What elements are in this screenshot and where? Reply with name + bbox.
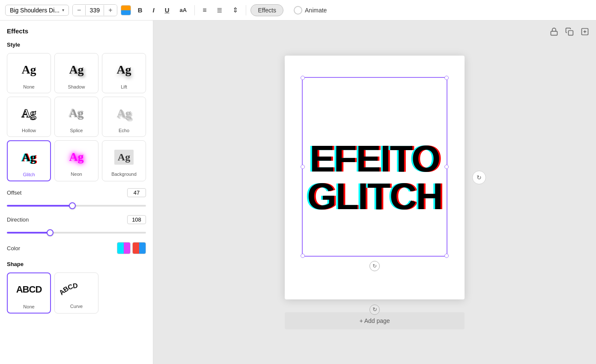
panel-title: Effects [7,27,146,35]
style-ag-background: Ag [114,150,134,165]
canvas-top-icons [548,26,591,40]
svg-rect-1 [551,31,557,35]
font-name-label: Big Shoulders Di... [10,7,60,14]
handle-bottom-right[interactable] [444,254,449,258]
color-swatch-cyan-magenta[interactable] [117,242,131,254]
color-label: Color [7,245,20,252]
style-card-shadow[interactable]: Ag Shadow [54,53,98,93]
style-label-lift: Lift [121,84,127,89]
style-ag-splice: Ag [69,107,83,120]
direction-slider[interactable] [7,232,146,234]
style-label-echo: Echo [119,128,129,133]
rotate-handle[interactable]: ↻ [370,261,380,271]
canvas-text-line2: GLITCH [307,178,442,215]
font-size-input[interactable] [85,5,104,15]
color-control: Color [7,242,146,254]
style-section-title: Style [7,41,146,48]
color-swatch-red-blue[interactable] [132,242,146,254]
style-label-glitch: Glitch [23,172,35,177]
style-card-splice[interactable]: Ag Splice [54,97,98,137]
shape-label-curve: Curve [70,304,83,309]
offset-control: Offset [7,188,146,208]
lock-button[interactable] [548,26,560,40]
effects-panel: Effects Style Ag None Ag Shadow Ag [0,21,153,364]
svg-rect-2 [569,31,573,36]
font-size-increase-button[interactable]: + [104,5,116,16]
shape-grid: ABCD None ABCD Curve [7,272,146,314]
design-canvas: ↻ EFEITO GLITCH ↻ ↻ [285,56,465,299]
shape-abcd-straight: ABCD [16,284,42,295]
handle-top-left[interactable] [301,76,305,80]
divider-2 [246,5,246,15]
style-ag-echo: Ag [116,107,131,120]
shape-label-none: None [23,304,34,309]
text-align-button[interactable]: ≡ [199,5,210,16]
underline-button[interactable]: U [161,5,173,15]
italic-button[interactable]: I [149,5,158,15]
topbar: Big Shoulders Di... ▾ − + B I U aA ≡ ≣ ⇕… [0,0,596,21]
offset-value-input[interactable] [127,188,146,197]
shape-section-title: Shape [7,261,146,267]
spacing-button[interactable]: ⇕ [229,4,241,16]
svg-text:ABCD: ABCD [60,282,78,296]
style-preview-splice: Ag [60,101,94,126]
animate-label: Animate [305,7,327,14]
style-preview-shadow: Ag [60,57,94,83]
handle-middle-right[interactable] [444,165,449,169]
style-preview-lift: Ag [107,57,141,83]
style-card-glitch[interactable]: Ag Glitch [7,140,51,181]
style-card-neon[interactable]: Ag Neon [54,140,98,181]
handle-top-right[interactable] [444,76,449,80]
style-preview-hollow: Ag [12,101,46,126]
style-card-lift[interactable]: Ag Lift [102,53,146,93]
curve-svg: ABCD [60,278,94,300]
direction-row: Direction [7,215,146,224]
style-grid: Ag None Ag Shadow Ag Lift Ag [7,53,146,181]
animate-icon [294,6,302,15]
font-size-decrease-button[interactable]: − [73,5,85,16]
font-dropdown[interactable]: Big Shoulders Di... ▾ [5,5,69,16]
style-ag-shadow: Ag [69,63,83,77]
style-card-echo[interactable]: Ag Echo [102,97,146,137]
style-preview-neon: Ag [60,144,94,170]
style-card-hollow[interactable]: Ag Hollow [7,97,51,137]
canvas-area: ↻ EFEITO GLITCH ↻ ↻ + Add page [153,21,596,364]
canvas-rotate-handle[interactable]: ↻ [370,305,380,315]
shape-card-curve[interactable]: ABCD Curve [54,272,98,314]
style-label-splice: Splice [70,128,83,133]
style-preview-glitch: Ag [12,145,46,170]
handle-middle-left[interactable] [301,165,305,169]
offset-label: Offset [7,189,21,196]
text-color-swatch[interactable] [121,5,131,15]
style-card-background[interactable]: Ag Background [102,140,146,181]
list-button[interactable]: ≣ [213,4,226,16]
font-size-control: − + [72,4,117,16]
add-page-button[interactable]: + Add page [285,312,465,329]
canvas-text[interactable]: EFEITO GLITCH [307,140,442,215]
main-layout: Effects Style Ag None Ag Shadow Ag [0,21,596,364]
style-ag-none: Ag [21,63,36,77]
animate-button[interactable]: Animate [287,4,334,17]
add-page-icon-button[interactable] [579,26,591,40]
shape-preview-none: ABCD [12,277,46,302]
effects-button[interactable]: Effects [250,4,283,16]
direction-control: Direction [7,215,146,235]
text-case-button[interactable]: aA [176,5,191,15]
offset-slider[interactable] [7,205,146,207]
color-swatches [117,242,146,254]
canvas-text-line1: EFEITO [307,140,442,178]
bold-button[interactable]: B [134,5,146,15]
right-edge-rotate-button[interactable]: ↻ [472,171,486,184]
style-label-shadow: Shadow [68,84,85,89]
style-label-none: None [23,84,34,89]
shape-card-none[interactable]: ABCD None [7,272,51,314]
direction-value-input[interactable] [127,215,146,224]
style-card-none[interactable]: Ag None [7,53,51,93]
copy-button[interactable] [563,26,575,40]
divider-1 [194,5,195,15]
style-label-hollow: Hollow [22,128,36,133]
style-preview-background: Ag [107,144,141,170]
chevron-down-icon: ▾ [62,8,64,12]
style-ag-hollow: Ag [21,107,36,120]
handle-bottom-left[interactable] [301,254,305,258]
